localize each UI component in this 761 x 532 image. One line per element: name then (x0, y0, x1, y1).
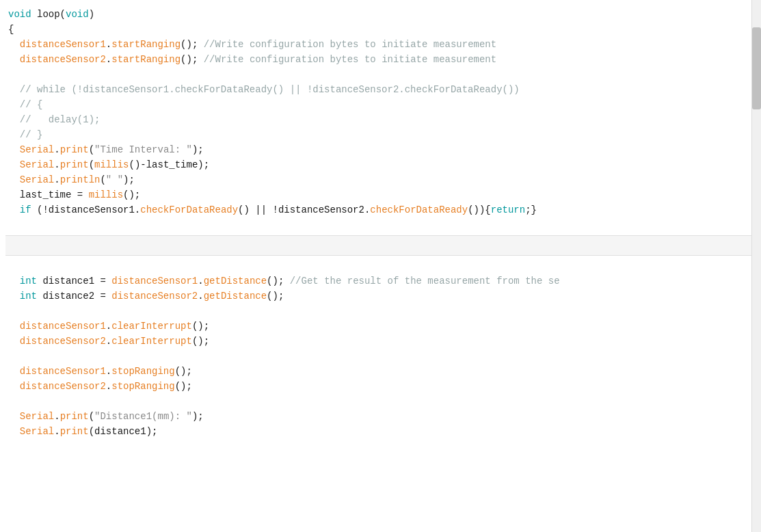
code-line: Serial.print(distance1); (5, 424, 751, 439)
code-line: void loop(void) (5, 7, 751, 22)
region-separator (5, 235, 751, 256)
code-line: if (!distanceSensor1.checkForDataReady()… (5, 202, 751, 217)
code-line: Serial.print("Time Interval: "); (5, 142, 751, 157)
code-line: distanceSensor1.stopRanging(); (5, 364, 751, 379)
blank-line (5, 258, 751, 274)
scrollbar-thumb[interactable] (752, 27, 761, 109)
code-line: last_time = millis(); (5, 187, 751, 202)
scrollbar[interactable] (751, 0, 761, 532)
code-line: { (5, 22, 751, 37)
blank-line (5, 304, 751, 319)
code-editor: void loop(void){ distanceSensor1.startRa… (0, 0, 761, 532)
code-content[interactable]: void loop(void){ distanceSensor1.startRa… (0, 0, 751, 532)
code-line: Serial.print("Distance1(mm): "); (5, 409, 751, 424)
code-line: int distance1 = distanceSensor1.getDista… (5, 274, 751, 289)
code-line: distanceSensor1.startRanging(); //Write … (5, 37, 751, 52)
blank-line (5, 349, 751, 364)
code-line: distanceSensor2.stopRanging(); (5, 379, 751, 394)
code-line: distanceSensor2.clearInterrupt(); (5, 334, 751, 349)
code-line: // { (5, 97, 751, 112)
code-line: distanceSensor2.startRanging(); //Write … (5, 52, 751, 67)
code-line: // } (5, 127, 751, 142)
code-line: int distance2 = distanceSensor2.getDista… (5, 289, 751, 304)
blank-line (5, 394, 751, 409)
code-line: Serial.println(" "); (5, 172, 751, 187)
blank-line (5, 217, 751, 232)
blank-line (5, 67, 751, 82)
code-line: distanceSensor1.clearInterrupt(); (5, 319, 751, 334)
code-line: Serial.print(millis()-last_time); (5, 157, 751, 172)
code-line: // delay(1); (5, 112, 751, 127)
code-line: // while (!distanceSensor1.checkForDataR… (5, 82, 751, 97)
